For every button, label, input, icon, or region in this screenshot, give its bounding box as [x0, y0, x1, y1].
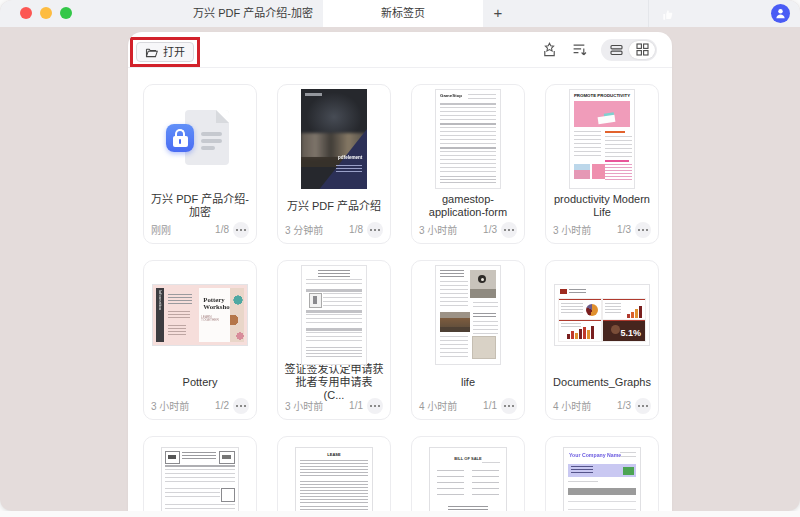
tab-pdf-document[interactable]: 万兴 PDF 产品介绍-加密 [183, 0, 323, 27]
document-title: life [412, 367, 524, 397]
document-card[interactable]: LEASE [277, 436, 391, 511]
document-thumbnail [278, 261, 390, 367]
more-icon[interactable] [501, 222, 517, 238]
document-thumbnail: PROMOTE PRODUCTIVITY [546, 85, 658, 191]
document-thumbnail: Your Company Name [546, 437, 658, 511]
document-card[interactable]: Information Pottery Workshops LEARN TOGE… [143, 260, 257, 420]
traffic-lights [20, 7, 72, 19]
document-title: Documents_Graphs [546, 367, 658, 397]
document-time: 3 小时前 [419, 222, 483, 237]
document-card[interactable]: 万兴 PDF 产品介绍-加密 刚刚 1/8 [143, 84, 257, 244]
more-icon[interactable] [233, 222, 249, 238]
pottery-sidebar-text: Information [158, 290, 163, 310]
pottery-subtitle: LEARN TOGETHER [199, 315, 217, 322]
annotation-highlight: 打开 [130, 37, 200, 67]
titlebar-separator [648, 0, 649, 27]
document-time: 4 小时前 [553, 398, 617, 413]
open-button-label: 打开 [163, 45, 185, 59]
document-meta: 4 小时前 1/1 [412, 397, 524, 419]
document-title: 万兴 PDF 产品介绍-加密 [144, 191, 256, 221]
invoice-company-name: Your Company Name [569, 452, 621, 458]
thumbs-up-icon[interactable] [659, 6, 675, 22]
document-title: 签证签发认定申请获批者专用申请表 (C... [278, 367, 390, 397]
graph-value: 5.1% [620, 328, 641, 338]
document-page-count: 1/8 [349, 224, 363, 235]
documents-grid: 万兴 PDF 产品介绍-加密 刚刚 1/8 pdfelement [128, 68, 672, 511]
collect-star-icon[interactable] [541, 42, 557, 58]
document-thumbnail: 5.1% [546, 261, 658, 367]
more-icon[interactable] [501, 398, 517, 414]
document-thumbnail [412, 261, 524, 367]
document-card[interactable]: PROMOTE PRODUCTIVITY productivity Modern… [545, 84, 659, 244]
document-meta: 3 小时前 1/2 [144, 397, 256, 419]
document-title: gamestop-application-form [412, 191, 524, 221]
document-title: 万兴 PDF 产品介绍 [278, 191, 390, 221]
document-card[interactable]: GameStop gamestop-application-form 3 小时前 [411, 84, 525, 244]
document-card[interactable]: 签证签发认定申请获批者专用申请表 (C... 3 小时前 1/1 [277, 260, 391, 420]
document-card[interactable]: life 4 小时前 1/1 [411, 260, 525, 420]
document-meta: 3 小时前 1/3 [412, 221, 524, 243]
grid-view-button[interactable] [629, 41, 655, 59]
document-card[interactable]: 5.1% Documents_Graphs 4 小时前 1/3 [545, 260, 659, 420]
magazine-title: PROMOTE PRODUCTIVITY [574, 93, 630, 98]
titlebar: 万兴 PDF 产品介绍-加密 新标签页 + [0, 0, 800, 27]
document-time: 刚刚 [151, 222, 215, 237]
document-thumbnail: LEASE [278, 437, 390, 511]
document-card[interactable] [143, 436, 257, 511]
user-avatar[interactable] [771, 4, 790, 23]
document-page-count: 1/3 [617, 400, 631, 411]
document-page-count: 1/1 [483, 400, 497, 411]
document-title: productivity Modern Life [546, 191, 658, 221]
document-thumbnail [144, 85, 256, 191]
folder-open-icon [145, 47, 158, 58]
lock-icon [166, 124, 194, 152]
view-toggle [601, 39, 657, 61]
document-time: 3 小时前 [285, 398, 349, 413]
document-time: 3 分钟前 [285, 222, 349, 237]
list-view-button[interactable] [603, 41, 629, 59]
document-card[interactable]: pdfelement 万兴 PDF 产品介绍 3 分钟前 1/8 [277, 84, 391, 244]
document-meta: 刚刚 1/8 [144, 221, 256, 243]
more-icon[interactable] [367, 222, 383, 238]
open-button[interactable]: 打开 [136, 42, 194, 62]
gamestop-logo: GameStop [440, 93, 462, 98]
more-icon[interactable] [367, 398, 383, 414]
document-thumbnail: GameStop [412, 85, 524, 191]
document-page-count: 1/3 [483, 224, 497, 235]
locked-document-icon [166, 108, 234, 170]
home-panel: 打开 [128, 32, 672, 511]
document-time: 3 小时前 [151, 398, 215, 413]
sort-icon[interactable] [571, 42, 587, 58]
document-meta: 4 小时前 1/3 [546, 397, 658, 419]
document-title: Pottery [144, 367, 256, 397]
document-thumbnail: BILL OF SALE [412, 437, 524, 511]
document-thumbnail: pdfelement [278, 85, 390, 191]
more-icon[interactable] [635, 222, 651, 238]
bill-of-sale-title: BILL OF SALE [454, 456, 481, 461]
document-page-count: 1/8 [215, 224, 229, 235]
more-icon[interactable] [635, 398, 651, 414]
document-meta: 3 小时前 1/3 [546, 221, 658, 243]
pdfelement-logo: pdfelement [338, 155, 362, 160]
zoom-button[interactable] [60, 7, 72, 19]
document-time: 3 小时前 [553, 222, 617, 237]
minimize-button[interactable] [40, 7, 52, 19]
document-card[interactable]: BILL OF SALE [411, 436, 525, 511]
toolbar-right [541, 32, 657, 67]
toolbar: 打开 [128, 32, 672, 68]
lease-title: LEASE [327, 452, 340, 457]
document-meta: 3 小时前 1/1 [278, 397, 390, 419]
app-window: 万兴 PDF 产品介绍-加密 新标签页 + 打开 [0, 0, 800, 511]
tab-new-tab[interactable]: 新标签页 [323, 0, 483, 27]
document-thumbnail: Information Pottery Workshops LEARN TOGE… [144, 261, 256, 367]
document-page-count: 1/3 [617, 224, 631, 235]
document-thumbnail [144, 437, 256, 511]
new-tab-icon[interactable]: + [483, 0, 513, 27]
document-page-count: 1/2 [215, 400, 229, 411]
document-page-count: 1/1 [349, 400, 363, 411]
document-time: 4 小时前 [419, 398, 483, 413]
document-meta: 3 分钟前 1/8 [278, 221, 390, 243]
close-button[interactable] [20, 7, 32, 19]
document-card[interactable]: Your Company Name [545, 436, 659, 511]
more-icon[interactable] [233, 398, 249, 414]
